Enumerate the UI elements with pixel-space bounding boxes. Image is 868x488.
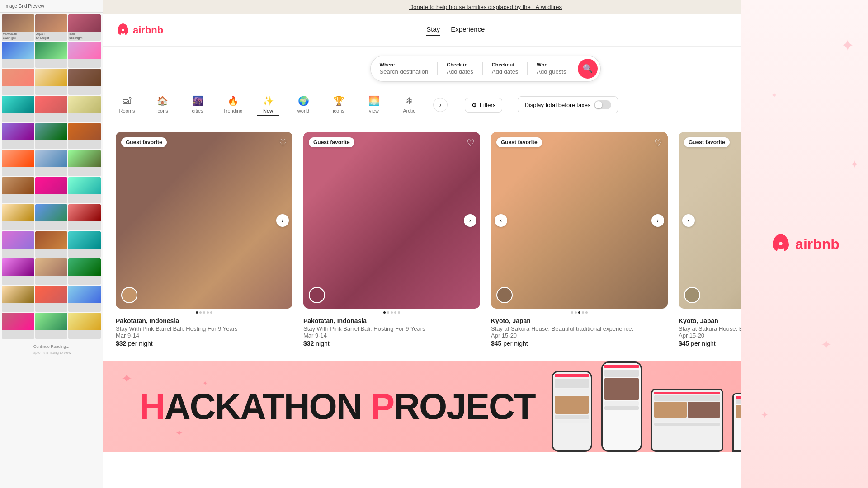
tab-stay[interactable]: Stay	[426, 25, 440, 36]
listing-next-btn-3[interactable]: ›	[651, 214, 664, 227]
category-new[interactable]: ✨ New	[257, 94, 279, 116]
category-label: icons	[156, 108, 168, 113]
category-label: icons	[333, 108, 344, 113]
sidebar-cell	[35, 96, 68, 122]
sidebar-cell	[68, 42, 101, 68]
category-arctic[interactable]: ❄ Arctic	[398, 94, 420, 116]
sidebar-image-grid: Pakotatan$32/night Japan$45/night Bali$5…	[0, 13, 103, 341]
sidebar-cell	[68, 69, 101, 95]
sidebar-cell	[2, 96, 34, 122]
arctic-icon: ❄	[406, 95, 413, 106]
right-decorative-panel: ✦ ✦ ✦ ✦ ✦ airbnb	[741, 0, 868, 488]
hackathon-title: HACKATHON PROJECT	[139, 386, 535, 427]
category-cities[interactable]: 🌆 cities	[186, 94, 209, 116]
sidebar-cell	[2, 150, 34, 176]
listing-card-1[interactable]: Guest favorite ♡ › Pakotatan, Indonesia …	[116, 132, 292, 351]
logo-text: airbnb	[133, 24, 163, 36]
sidebar-cell	[35, 231, 68, 258]
listing-next-btn-2[interactable]: ›	[464, 214, 476, 227]
listing-price-3: $45 per night	[491, 340, 668, 347]
taxes-label: Display total before taxes	[524, 102, 590, 108]
sidebar-cell	[2, 258, 34, 285]
price-unit-3: per night	[503, 340, 528, 347]
sidebar-cell	[35, 177, 68, 203]
star-decoration: ✦	[841, 36, 854, 55]
phone-screen-1	[553, 372, 591, 450]
trending-icon: 🔥	[227, 95, 239, 106]
guest-favorite-badge-2: Guest favorite	[309, 137, 354, 147]
guest-favorite-badge-3: Guest favorite	[496, 137, 542, 147]
host-avatar-2	[309, 287, 325, 303]
price-unit-2: night	[316, 340, 329, 347]
category-view[interactable]: 🌅 view	[363, 94, 385, 116]
sidebar-cell	[35, 313, 68, 339]
phone-mockup-1	[552, 371, 592, 452]
price-amount-2: $32	[303, 340, 314, 347]
listing-location-1: Pakotatan, Indonesia	[116, 317, 292, 324]
price-amount-3: $45	[491, 340, 501, 347]
favorite-button-3[interactable]: ♡	[654, 137, 662, 148]
category-label: world	[297, 108, 309, 113]
listing-card-3[interactable]: Guest favorite ♡ › ‹ Kyoto, Japan Sta	[491, 132, 668, 351]
filters-button[interactable]: ⚙ Filters	[465, 98, 502, 113]
view-icon: 🌅	[368, 95, 380, 106]
category-label: view	[369, 108, 379, 113]
listing-next-btn-1[interactable]: ›	[276, 214, 289, 227]
category-label: Arctic	[403, 108, 415, 113]
category-rooms[interactable]: 🛋 Rooms	[116, 94, 138, 116]
world-icon: 🌍	[298, 95, 309, 106]
category-icons[interactable]: 🏠 icons	[151, 94, 174, 116]
where-label: Where	[380, 62, 429, 67]
tab-experience[interactable]: Experience	[451, 25, 485, 36]
sidebar-header: Image Grid Preview	[0, 0, 103, 13]
where-field[interactable]: Where Search destination	[371, 56, 438, 81]
dot	[585, 311, 588, 314]
filter-icon: ⚙	[472, 102, 477, 108]
checkin-field[interactable]: Check in Add dates	[438, 56, 482, 81]
listing-price-2: $32 night	[303, 340, 480, 347]
category-world[interactable]: 🌍 world	[292, 94, 315, 116]
sidebar-cell	[68, 231, 101, 258]
listing-image-2: Guest favorite ♡ ›	[303, 132, 480, 309]
checkout-label: Checkout	[492, 62, 519, 67]
listing-dates-1: Mar 9-14	[116, 332, 292, 339]
listing-info-2: Pakotatan, Indonasia Stay With Pink Barr…	[303, 314, 480, 351]
host-avatar-3	[496, 287, 513, 303]
sidebar-cell	[68, 258, 101, 285]
dot	[196, 311, 198, 314]
banner-link[interactable]: Donate to help house families displaced …	[409, 4, 562, 10]
who-field[interactable]: Who Add guests	[528, 56, 575, 81]
checkout-field[interactable]: Checkout Add dates	[483, 56, 528, 81]
listing-description-3: Stay at Sakura House. Beautiful traditio…	[491, 325, 668, 332]
star-decoration: ✦	[771, 90, 778, 100]
listing-card-2[interactable]: Guest favorite ♡ › Pakotatan, Indonasia …	[303, 132, 480, 351]
category-trending[interactable]: 🔥 Trending	[222, 94, 244, 116]
search-icon: 🔍	[583, 64, 593, 74]
star-decoration: ✦	[850, 158, 859, 171]
dot	[199, 311, 202, 314]
listing-prev-btn-4[interactable]: ‹	[682, 214, 695, 227]
favorite-button-2[interactable]: ♡	[467, 137, 475, 148]
who-label: Who	[537, 62, 566, 67]
listing-location-2: Pakotatan, Indonasia	[303, 317, 480, 324]
category-label: Rooms	[119, 108, 135, 113]
listing-info-3: Kyoto, Japan Stay at Sakura House. Beaut…	[491, 314, 668, 351]
search-button[interactable]: 🔍	[578, 59, 598, 79]
left-sidebar: Image Grid Preview Pakotatan$32/night Ja…	[0, 0, 103, 488]
category-icons2[interactable]: 🏆 icons	[327, 94, 350, 116]
cities-icon: 🌆	[192, 95, 203, 106]
sidebar-cell	[35, 258, 68, 285]
taxes-toggle-switch[interactable]	[594, 100, 611, 109]
favorite-button-1[interactable]: ♡	[279, 137, 287, 148]
listing-prev-btn-3[interactable]: ‹	[495, 214, 507, 227]
logo[interactable]: airbnb	[116, 23, 163, 38]
sidebar-cell	[68, 96, 101, 122]
filters-label: Filters	[480, 102, 495, 108]
categories-next-arrow[interactable]: ›	[433, 98, 448, 112]
star-decoration: ✦	[203, 380, 208, 387]
rooms-icon: 🛋	[123, 96, 132, 106]
category-label: Trending	[223, 108, 242, 113]
sidebar-cell	[35, 123, 68, 149]
checkin-label: Check in	[447, 62, 473, 67]
hackathon-rest2: ROJECT	[394, 386, 535, 427]
